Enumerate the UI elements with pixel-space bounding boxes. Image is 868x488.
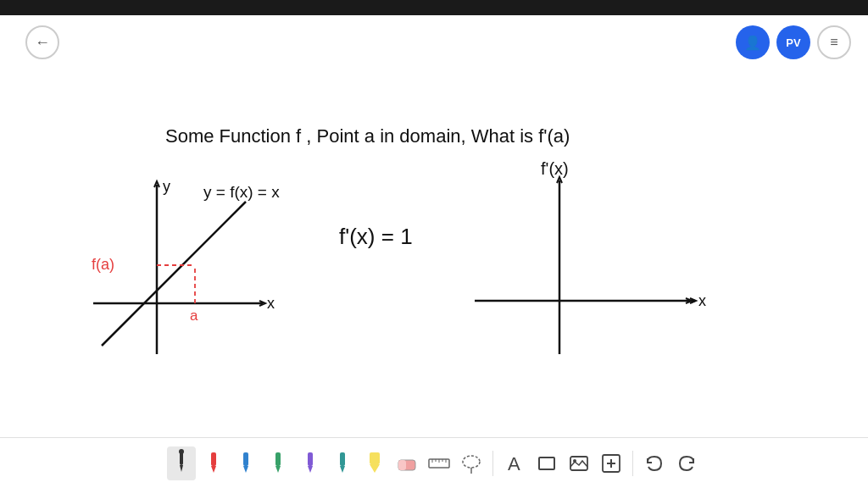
tool-pen-teal[interactable] — [328, 446, 357, 480]
svg-rect-9 — [308, 452, 313, 466]
svg-text:A: A — [508, 453, 520, 474]
user-button[interactable]: 👤 — [736, 25, 770, 59]
back-icon: ← — [35, 34, 50, 52]
svg-marker-1 — [180, 465, 183, 472]
svg-rect-5 — [243, 452, 248, 466]
title-text: Some Function f , Point a in domain, Wha… — [165, 125, 570, 147]
tool-eraser[interactable] — [392, 446, 421, 480]
a-label: a — [190, 308, 198, 324]
tool-pen-purple[interactable] — [296, 446, 325, 480]
svg-rect-3 — [211, 452, 216, 466]
whiteboard: Some Function f , Point a in domain, Wha… — [0, 15, 868, 437]
svg-marker-6 — [243, 466, 248, 473]
separator-1 — [492, 451, 493, 476]
drawing-canvas: Some Function f , Point a in domain, Wha… — [0, 15, 868, 437]
svg-rect-7 — [275, 452, 281, 466]
y-label: y — [163, 178, 170, 195]
x-label-left: x — [267, 295, 275, 312]
tool-pen-green[interactable] — [264, 446, 292, 480]
svg-point-28 — [573, 459, 576, 463]
menu-button[interactable]: ≡ — [817, 25, 851, 59]
svg-point-23 — [463, 456, 480, 468]
fpx-label: f'(x) — [541, 159, 569, 178]
svg-marker-4 — [211, 466, 216, 473]
tool-image[interactable] — [565, 446, 593, 480]
app: ← 👤 PV ≡ Some Function f , Point a in do… — [0, 0, 868, 488]
tool-shape[interactable] — [532, 446, 561, 480]
tick-mark: ' — [341, 226, 343, 240]
svg-marker-10 — [308, 466, 313, 473]
svg-marker-12 — [340, 466, 345, 473]
svg-rect-16 — [398, 460, 406, 470]
derivative-eq: f'(x) = 1 — [339, 224, 413, 249]
svg-marker-8 — [275, 466, 281, 473]
svg-point-2 — [179, 449, 184, 454]
user-icon: 👤 — [744, 35, 761, 51]
tool-pen-red[interactable] — [199, 446, 228, 480]
svg-marker-14 — [370, 464, 380, 473]
tool-pen-active[interactable] — [167, 446, 196, 480]
tool-pen-blue[interactable] — [231, 446, 260, 480]
back-button[interactable]: ← — [25, 25, 59, 59]
tool-ruler[interactable] — [425, 446, 453, 480]
tool-highlighter[interactable] — [360, 446, 389, 480]
svg-rect-26 — [539, 458, 554, 469]
pv-button[interactable]: PV — [776, 25, 810, 59]
equation-label: y = f(x) = x — [203, 183, 280, 201]
line-yx — [102, 202, 246, 346]
menu-icon: ≡ — [830, 35, 837, 50]
top-right-controls: 👤 PV ≡ — [736, 25, 851, 59]
svg-rect-11 — [340, 452, 345, 466]
tool-add[interactable] — [597, 446, 626, 480]
toolbar: A — [0, 437, 868, 488]
svg-rect-13 — [370, 452, 380, 464]
fa-label: f(a) — [92, 256, 114, 273]
separator-2 — [632, 451, 633, 476]
x-label-right: x — [698, 292, 706, 309]
tool-undo[interactable] — [640, 446, 669, 480]
tool-text[interactable]: A — [500, 446, 529, 480]
tool-lasso[interactable] — [457, 446, 486, 480]
tool-redo[interactable] — [672, 446, 701, 480]
topbar — [0, 0, 868, 15]
pv-label: PV — [786, 36, 800, 49]
